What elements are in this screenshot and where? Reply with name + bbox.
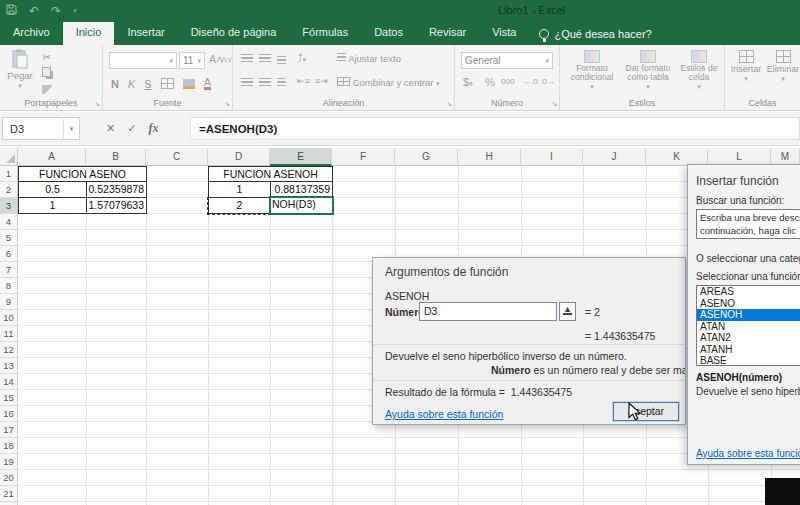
function-list-item[interactable]: ATAN: [697, 321, 800, 333]
dialog-launcher-icon[interactable]: ↘: [94, 100, 100, 108]
row-header[interactable]: 12: [0, 342, 17, 358]
row-header[interactable]: 4: [0, 214, 17, 230]
tab-diseno-de-pagina[interactable]: Diseño de página: [178, 22, 290, 45]
orientation-icon[interactable]: ⤴▾: [297, 52, 306, 64]
redo-icon[interactable]: ↷: [51, 2, 61, 20]
active-edit-cell[interactable]: NOH(D3): [269, 196, 334, 215]
increase-decimal-icon[interactable]: ←.0: [523, 77, 538, 86]
column-header[interactable]: H: [458, 148, 521, 166]
cell-A2[interactable]: 0.5: [19, 182, 87, 197]
argument-input[interactable]: D3: [419, 302, 557, 321]
increase-indent-icon[interactable]: ≡⇥: [315, 76, 328, 86]
currency-icon[interactable]: $▾: [463, 76, 473, 88]
row-header[interactable]: 3: [0, 198, 17, 214]
tab-archivo[interactable]: Archivo: [0, 22, 63, 45]
row-header[interactable]: 16: [0, 406, 17, 422]
function-list-item[interactable]: ASENOH: [697, 309, 800, 321]
dialog-launcher-icon[interactable]: ↘: [551, 100, 557, 108]
select-all-corner[interactable]: [0, 148, 18, 166]
align-left-icon[interactable]: [241, 78, 253, 87]
row-header[interactable]: 5: [0, 230, 17, 246]
tell-me-box[interactable]: ¿Qué desea hacer?: [529, 22, 661, 45]
function-list-item[interactable]: ATAN2: [697, 332, 800, 344]
row-header[interactable]: 15: [0, 390, 17, 406]
row-header[interactable]: 11: [0, 326, 17, 342]
copy-icon[interactable]: [42, 67, 51, 77]
row-header[interactable]: 14: [0, 374, 17, 390]
search-function-input[interactable]: Escriba una breve descr continuación, ha…: [696, 209, 800, 239]
italic-button[interactable]: K: [128, 78, 135, 90]
row-header[interactable]: 9: [0, 294, 17, 310]
font-size-select[interactable]: 11▾: [179, 52, 205, 69]
cell-styles-button[interactable]: Estilos de celda ▾: [676, 50, 722, 91]
align-top-icon[interactable]: [241, 54, 253, 63]
function-list-item[interactable]: ATANH: [697, 344, 800, 356]
dialog-launcher-icon[interactable]: ↘: [446, 100, 452, 108]
accept-button[interactable]: Aceptar: [613, 402, 679, 421]
cut-icon[interactable]: ✂: [42, 51, 51, 64]
row-header[interactable]: 10: [0, 310, 17, 326]
function-list-item[interactable]: BASE: [697, 355, 800, 366]
row-header[interactable]: 20: [0, 470, 17, 486]
column-header[interactable]: I: [521, 148, 583, 166]
cell-B2[interactable]: 0.52359878: [87, 182, 146, 197]
font-color-icon[interactable]: A: [204, 77, 211, 90]
name-box[interactable]: D3 ▾: [2, 117, 80, 140]
formula-input[interactable]: =ASENOH(D3): [190, 117, 800, 140]
function-list-item[interactable]: AREAS: [697, 286, 800, 298]
tab-vista[interactable]: Vista: [479, 22, 529, 45]
dialog-title[interactable]: Argumentos de función: [385, 265, 508, 279]
align-middle-icon[interactable]: [259, 54, 271, 63]
decrease-font-icon[interactable]: A˅: [221, 55, 232, 65]
customize-qat-icon[interactable]: ▾: [73, 2, 77, 20]
insert-function-icon[interactable]: fx: [148, 121, 158, 136]
tab-revisar[interactable]: Revisar: [416, 22, 479, 45]
column-header[interactable]: C: [146, 148, 208, 166]
row-header[interactable]: 19: [0, 454, 17, 470]
underline-button[interactable]: S: [144, 78, 151, 90]
cell-B3[interactable]: 1.57079633: [87, 198, 146, 212]
decrease-decimal-icon[interactable]: .0→: [540, 77, 555, 86]
font-name-select[interactable]: ▾: [109, 52, 177, 69]
dialog-launcher-icon[interactable]: ↘: [224, 100, 230, 108]
column-header[interactable]: B: [86, 148, 146, 166]
tab-insertar[interactable]: Insertar: [114, 22, 177, 45]
column-header[interactable]: F: [332, 148, 395, 166]
confirm-entry-icon[interactable]: ✓: [127, 122, 136, 135]
table-header-cell[interactable]: FUNCION ASENO: [19, 167, 146, 182]
row-header[interactable]: 2: [0, 182, 17, 198]
row-header[interactable]: 7: [0, 262, 17, 278]
cell-A3[interactable]: 1: [19, 198, 87, 212]
format-as-table-button[interactable]: Dar formato como tabla ▾: [622, 50, 674, 91]
row-header[interactable]: 1: [0, 166, 17, 182]
cell-E2[interactable]: 0.88137359: [271, 182, 332, 197]
fill-color-icon[interactable]: [183, 79, 195, 89]
insert-cells-button[interactable]: Insertar ▾: [729, 50, 763, 83]
function-list-item[interactable]: ASENO: [697, 298, 800, 310]
delete-cells-button[interactable]: Eliminar ▾: [765, 50, 800, 83]
paste-button[interactable]: Pegar ▾: [4, 49, 36, 90]
column-header[interactable]: A: [18, 148, 86, 166]
merge-center-button[interactable]: Combinar y centrar ▾: [337, 77, 440, 88]
dialog-title[interactable]: Insertar función: [696, 174, 779, 188]
tab-inicio[interactable]: Inicio: [63, 22, 115, 45]
number-format-select[interactable]: General▾: [461, 52, 553, 69]
column-header[interactable]: G: [395, 148, 458, 166]
decrease-indent-icon[interactable]: ⇤≡: [297, 76, 310, 86]
row-header[interactable]: 13: [0, 358, 17, 374]
column-header[interactable]: D: [208, 148, 270, 166]
wrap-text-button[interactable]: Ajustar texto: [337, 53, 401, 64]
row-header[interactable]: 18: [0, 438, 17, 454]
column-header[interactable]: E: [270, 148, 332, 166]
fill-handle[interactable]: [331, 212, 334, 215]
cancel-entry-icon[interactable]: ✕: [106, 122, 115, 135]
row-header[interactable]: 8: [0, 278, 17, 294]
comma-style-icon[interactable]: 000: [501, 77, 514, 86]
collapse-dialog-button[interactable]: ▲: [559, 302, 576, 321]
chevron-down-icon[interactable]: ▾: [63, 118, 79, 139]
bold-button[interactable]: N: [111, 78, 119, 90]
row-header[interactable]: 21: [0, 486, 17, 502]
undo-icon[interactable]: ↶: [29, 2, 39, 20]
tab-datos[interactable]: Datos: [361, 22, 416, 45]
percent-icon[interactable]: %: [485, 76, 495, 88]
